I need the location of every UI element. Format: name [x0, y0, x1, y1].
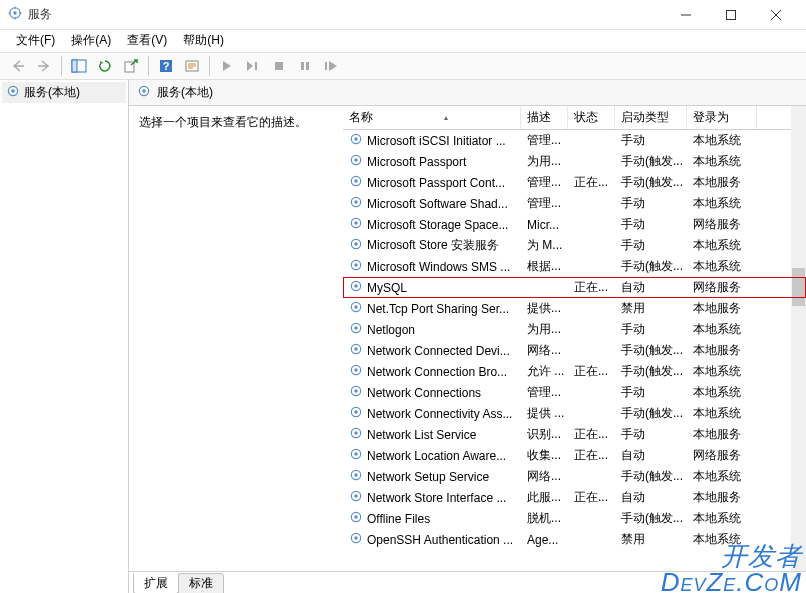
restart-button[interactable]: [319, 55, 343, 77]
table-row[interactable]: Microsoft iSCSI Initiator ...管理...手动本地系统: [343, 130, 806, 151]
content-area: 选择一个项目来查看它的描述。 名称▴ 描述 状态 启动类型 登录为 Micros…: [129, 106, 806, 571]
table-row[interactable]: Microsoft Passport Cont...管理...正在...手动(触…: [343, 172, 806, 193]
col-header-startup[interactable]: 启动类型: [615, 106, 687, 129]
service-logon: 本地系统: [687, 384, 757, 401]
show-hide-tree-button[interactable]: [67, 55, 91, 77]
service-startup: 手动: [615, 237, 687, 254]
minimize-button[interactable]: [663, 1, 708, 29]
service-logon: 本地服务: [687, 426, 757, 443]
table-row[interactable]: Offline Files脱机...手动(触发...本地系统: [343, 508, 806, 529]
gear-icon: [349, 321, 363, 338]
table-row[interactable]: Network Connected Devi...网络...手动(触发...本地…: [343, 340, 806, 361]
pane-header: 服务(本地): [129, 80, 806, 106]
back-button[interactable]: [6, 55, 30, 77]
table-row[interactable]: Network List Service识别...正在...手动本地服务: [343, 424, 806, 445]
service-startup: 手动: [615, 132, 687, 149]
service-logon: 本地服务: [687, 342, 757, 359]
service-startup: 自动: [615, 279, 687, 296]
service-desc: 为 M...: [521, 237, 568, 254]
table-row[interactable]: Network Setup Service网络...手动(触发...本地系统: [343, 466, 806, 487]
table-row[interactable]: MySQL正在...自动网络服务: [343, 277, 806, 298]
service-desc: 允许 ...: [521, 363, 568, 380]
svg-point-51: [354, 368, 358, 372]
service-startup: 手动(触发...: [615, 510, 687, 527]
close-button[interactable]: [753, 1, 798, 29]
table-row[interactable]: Microsoft Software Shad...管理...手动本地系统: [343, 193, 806, 214]
forward-button[interactable]: [32, 55, 56, 77]
service-desc: 根据...: [521, 258, 568, 275]
gear-icon: [349, 405, 363, 422]
gear-icon: [349, 258, 363, 275]
service-logon: 网络服务: [687, 279, 757, 296]
col-header-logon[interactable]: 登录为: [687, 106, 757, 129]
svg-point-41: [354, 263, 358, 267]
svg-point-55: [354, 410, 358, 414]
maximize-button[interactable]: [708, 1, 753, 29]
stop-button[interactable]: [267, 55, 291, 77]
col-header-desc[interactable]: 描述: [521, 106, 568, 129]
list-rows[interactable]: Microsoft iSCSI Initiator ...管理...手动本地系统…: [343, 130, 806, 571]
service-name: OpenSSH Authentication ...: [367, 533, 513, 547]
service-name: Network Connectivity Ass...: [367, 407, 512, 421]
table-row[interactable]: Netlogon为用...手动本地系统: [343, 319, 806, 340]
service-status: 正在...: [568, 426, 615, 443]
col-header-name[interactable]: 名称▴: [343, 106, 521, 129]
table-row[interactable]: Microsoft Storage Space...Micr...手动网络服务: [343, 214, 806, 235]
service-desc: Age...: [521, 533, 568, 547]
table-row[interactable]: Microsoft Windows SMS ...根据...手动(触发...本地…: [343, 256, 806, 277]
service-desc: Micr...: [521, 218, 568, 232]
gear-icon: [349, 531, 363, 548]
table-row[interactable]: Net.Tcp Port Sharing Ser...提供...禁用本地服务: [343, 298, 806, 319]
properties-button[interactable]: [180, 55, 204, 77]
menubar: 文件(F) 操作(A) 查看(V) 帮助(H): [0, 30, 806, 52]
gear-icon: [349, 363, 363, 380]
start-button[interactable]: [215, 55, 239, 77]
svg-point-67: [354, 536, 358, 540]
service-logon: 本地系统: [687, 195, 757, 212]
pause-button[interactable]: [293, 55, 317, 77]
service-logon: 本地系统: [687, 258, 757, 275]
tab-standard[interactable]: 标准: [178, 573, 224, 593]
col-header-status[interactable]: 状态: [568, 106, 615, 129]
service-name: Network Connections: [367, 386, 481, 400]
service-status: 正在...: [568, 174, 615, 191]
refresh-button[interactable]: [93, 55, 117, 77]
table-row[interactable]: Network Connections管理...手动本地系统: [343, 382, 806, 403]
svg-point-61: [354, 473, 358, 477]
service-desc: 管理...: [521, 195, 568, 212]
table-row[interactable]: Network Connection Bro...允许 ...正在...手动(触…: [343, 361, 806, 382]
stop-after-button[interactable]: [241, 55, 265, 77]
service-status: 正在...: [568, 447, 615, 464]
service-status: 正在...: [568, 363, 615, 380]
service-name: Microsoft iSCSI Initiator ...: [367, 134, 506, 148]
service-logon: 网络服务: [687, 216, 757, 233]
tab-extended[interactable]: 扩展: [133, 573, 179, 593]
service-name: Network Connected Devi...: [367, 344, 510, 358]
gear-icon: [349, 279, 363, 296]
svg-point-31: [354, 158, 358, 162]
service-name: Netlogon: [367, 323, 415, 337]
table-row[interactable]: Network Store Interface ...此服...正在...自动本…: [343, 487, 806, 508]
menu-help[interactable]: 帮助(H): [175, 30, 232, 51]
service-logon: 本地系统: [687, 468, 757, 485]
menu-action[interactable]: 操作(A): [63, 30, 119, 51]
service-startup: 手动(触发...: [615, 342, 687, 359]
export-button[interactable]: [119, 55, 143, 77]
table-row[interactable]: Microsoft Passport为用...手动(触发...本地系统: [343, 151, 806, 172]
svg-rect-7: [726, 10, 735, 19]
tree-root-item[interactable]: 服务(本地): [2, 82, 126, 103]
help-button[interactable]: ?: [154, 55, 178, 77]
table-row[interactable]: Microsoft Store 安装服务为 M...手动本地系统: [343, 235, 806, 256]
scrollbar[interactable]: [791, 106, 806, 571]
service-desc: 此服...: [521, 489, 568, 506]
service-logon: 本地系统: [687, 237, 757, 254]
menu-view[interactable]: 查看(V): [119, 30, 175, 51]
service-startup: 手动(触发...: [615, 468, 687, 485]
body-area: 服务(本地) 服务(本地) 选择一个项目来查看它的描述。 名称▴ 描述 状态 启…: [0, 80, 806, 593]
service-desc: 为用...: [521, 321, 568, 338]
gear-icon: [137, 84, 151, 101]
menu-file[interactable]: 文件(F): [8, 30, 63, 51]
table-row[interactable]: Network Connectivity Ass...提供 ...手动(触发..…: [343, 403, 806, 424]
table-row[interactable]: Network Location Aware...收集...正在...自动网络服…: [343, 445, 806, 466]
svg-rect-22: [306, 62, 309, 70]
